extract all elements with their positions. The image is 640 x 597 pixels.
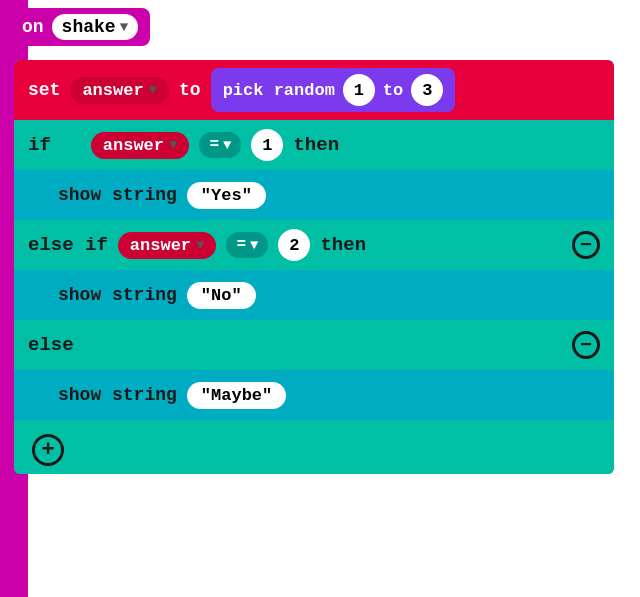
shake-dropdown-icon[interactable]: ▼ <box>120 19 128 35</box>
eq-pill-if[interactable]: = ▼ <box>199 132 241 158</box>
random-to-value[interactable]: 3 <box>411 74 443 106</box>
if-header: if answer ▼ = ▼ 1 then <box>14 120 614 170</box>
eq-pill-else-if[interactable]: = ▼ <box>226 232 268 258</box>
else-header: else − <box>14 320 614 370</box>
maybe-value[interactable]: "Maybe" <box>187 382 286 409</box>
answer-pill-if[interactable]: answer ▼ <box>91 132 190 159</box>
eq-dropdown-else-if[interactable]: ▼ <box>250 237 258 253</box>
on-shake-block[interactable]: on shake ▼ <box>10 8 150 46</box>
on-label: on <box>22 17 44 37</box>
answer-pill-set[interactable]: answer ▼ <box>70 77 169 104</box>
then-label-if: then <box>293 134 339 156</box>
show-string-yes-label: show string <box>58 185 177 205</box>
shake-label: shake <box>62 17 116 37</box>
then-label-else-if: then <box>320 234 366 256</box>
answer-label-if: answer <box>103 136 164 155</box>
answer-dropdown-set[interactable]: ▼ <box>149 82 157 98</box>
set-label: set <box>28 80 60 100</box>
answer-label-set: answer <box>82 81 143 100</box>
random-from-value[interactable]: 1 <box>343 74 375 106</box>
else-if-header: else if answer ▼ = ▼ 2 then − <box>14 220 614 270</box>
pick-random-block: pick random 1 to 3 <box>211 68 456 112</box>
bottom-row: + <box>14 420 614 474</box>
answer-label-else-if: answer <box>130 236 191 255</box>
show-string-maybe-label: show string <box>58 385 177 405</box>
remove-else-button[interactable]: − <box>572 331 600 359</box>
shake-pill[interactable]: shake ▼ <box>52 14 138 40</box>
set-block: set answer ▼ to pick random 1 to 3 <box>14 60 614 120</box>
show-string-maybe-row: show string "Maybe" <box>14 370 614 420</box>
eq-dropdown-if[interactable]: ▼ <box>223 137 231 153</box>
else-if-value-2[interactable]: 2 <box>278 229 310 261</box>
else-if-label: else if <box>28 234 108 256</box>
answer-pill-else-if[interactable]: answer ▼ <box>118 232 217 259</box>
to-label-set: to <box>179 80 201 100</box>
eq-label-else-if: = <box>236 236 246 254</box>
if-value-1[interactable]: 1 <box>251 129 283 161</box>
no-value[interactable]: "No" <box>187 282 256 309</box>
main-body: set answer ▼ to pick random 1 to 3 if an… <box>14 60 614 474</box>
else-label: else <box>28 334 74 356</box>
show-string-no-label: show string <box>58 285 177 305</box>
answer-dropdown-else-if[interactable]: ▼ <box>196 237 204 253</box>
remove-else-if-button[interactable]: − <box>572 231 600 259</box>
pick-random-label: pick random <box>223 81 335 100</box>
workspace: on shake ▼ set answer ▼ to pick random 1… <box>0 0 640 597</box>
add-condition-button[interactable]: + <box>32 434 64 466</box>
show-string-yes-row: show string "Yes" <box>14 170 614 220</box>
if-label: if <box>28 134 51 156</box>
show-string-no-row: show string "No" <box>14 270 614 320</box>
to-label-random: to <box>383 81 403 100</box>
yes-value[interactable]: "Yes" <box>187 182 266 209</box>
answer-dropdown-if[interactable]: ▼ <box>169 137 177 153</box>
eq-label-if: = <box>209 136 219 154</box>
